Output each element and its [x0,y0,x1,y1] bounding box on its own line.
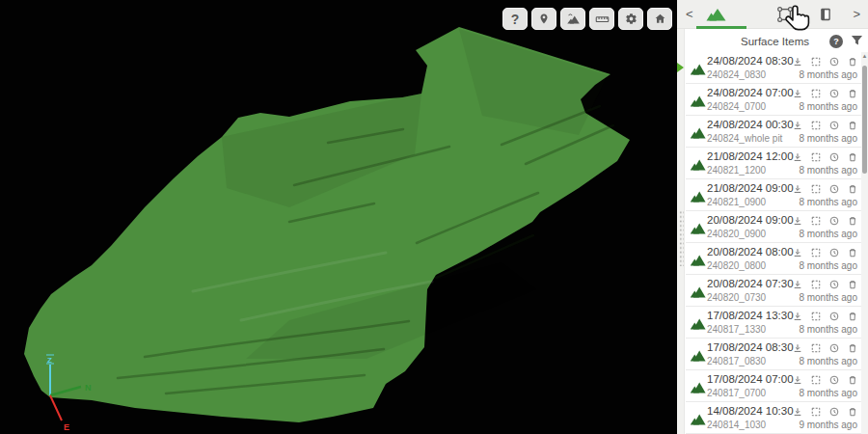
surface-item-title: 20/08/2024 07:30 [707,278,794,289]
trash-icon[interactable] [848,280,857,289]
help-button[interactable]: ? [502,8,528,30]
trash-icon[interactable] [848,57,857,67]
scroll-up-arrow[interactable]: ▲ [861,53,868,59]
viewport-3d[interactable]: Z N E ? [0,0,677,434]
surface-item-row[interactable]: 17/08/2024 08:30 240817_0830 8 months ag… [686,339,861,370]
surface-item-row[interactable]: 24/08/2024 07:00 240824_0700 8 months ag… [686,84,861,116]
surface-item-row[interactable]: 20/08/2024 07:30 240820_0730 8 months ag… [686,275,861,307]
tab-polygon[interactable] [776,6,794,27]
panel-help-button[interactable]: ? [829,35,843,48]
download-icon[interactable] [793,248,802,258]
history-icon[interactable] [829,280,839,289]
select-extent-icon[interactable] [811,375,821,385]
scrollbar-thumb[interactable] [862,66,867,174]
home-button[interactable] [647,8,672,30]
surfaces-button[interactable] [560,8,585,30]
trash-icon[interactable] [848,312,857,321]
mountain-icon [691,189,706,206]
download-icon[interactable] [793,121,802,130]
trash-icon[interactable] [848,248,857,258]
trash-icon[interactable] [848,343,857,353]
active-surface-marker [677,63,684,72]
download-icon[interactable] [793,184,802,194]
axis-label-z: Z [47,356,52,365]
download-icon[interactable] [793,407,802,417]
download-icon[interactable] [793,152,802,162]
surface-item-row[interactable]: 21/08/2024 09:00 240821_0900 8 months ag… [686,179,861,211]
question-mark-icon: ? [511,13,520,26]
surface-item-actions [793,407,857,417]
select-extent-icon[interactable] [811,152,821,162]
tab-book[interactable] [818,7,833,26]
surface-item-title: 14/08/2024 10:30 [707,405,794,417]
download-icon[interactable] [793,312,802,321]
settings-button[interactable] [618,8,643,30]
trash-icon[interactable] [848,89,857,98]
list-scrollbar: ▲ [861,52,868,434]
trash-icon[interactable] [848,184,857,194]
filter-button[interactable] [851,33,863,50]
history-icon[interactable] [829,343,839,353]
surface-item-actions [793,184,857,194]
measure-button[interactable] [589,8,614,30]
location-button[interactable] [531,8,556,30]
surface-item-actions [793,312,857,321]
download-icon[interactable] [793,216,802,226]
home-icon [654,13,666,25]
surface-item-actions [793,375,857,385]
history-icon[interactable] [829,375,839,385]
download-icon[interactable] [793,57,802,67]
surface-item-subtitle: 240820_0800 [707,260,766,271]
history-icon[interactable] [829,184,839,194]
select-extent-icon[interactable] [811,343,821,353]
surface-item-row[interactable]: 14/08/2024 10:30 240814_1030 9 months ag… [686,402,861,434]
history-icon[interactable] [829,216,839,226]
download-icon[interactable] [793,375,802,385]
select-extent-icon[interactable] [811,89,821,98]
surface-item-row[interactable]: 21/08/2024 12:00 240821_1200 8 months ag… [686,148,861,179]
download-icon[interactable] [793,280,802,289]
surface-item-row[interactable]: 17/08/2024 07:00 240817_0700 8 months ag… [686,370,861,402]
download-icon[interactable] [793,89,802,98]
select-extent-icon[interactable] [811,121,821,130]
select-extent-icon[interactable] [811,57,821,67]
download-icon[interactable] [793,343,802,353]
mountain-icon [691,316,706,334]
history-icon[interactable] [829,121,839,130]
tab-surfaces[interactable] [706,8,726,25]
sidebar-tabs: < > [677,0,868,29]
mountain-icon [691,253,706,270]
select-extent-icon[interactable] [811,280,821,289]
tabs-prev-button[interactable]: < [686,8,693,20]
trash-icon[interactable] [848,152,857,162]
surface-item-title: 17/08/2024 07:00 [707,373,794,385]
panel-resize-handle[interactable] [679,210,684,266]
surface-item-row[interactable]: 24/08/2024 00:30 240824_whole pit 8 mont… [686,116,861,148]
history-icon[interactable] [829,57,839,67]
select-extent-icon[interactable] [811,312,821,321]
trash-icon[interactable] [848,375,857,385]
trash-icon[interactable] [848,121,857,130]
surface-item-row[interactable]: 24/08/2024 08:30 240824_0830 8 months ag… [686,52,861,84]
gear-icon [625,13,637,25]
select-extent-icon[interactable] [811,407,821,417]
surface-item-age: 8 months ago [799,324,857,335]
history-icon[interactable] [829,152,839,162]
surface-item-row[interactable]: 20/08/2024 09:00 240820_0900 8 months ag… [686,211,861,243]
surface-item-row[interactable]: 20/08/2024 08:00 240820_0800 8 months ag… [686,243,861,275]
tabs-next-button[interactable]: > [853,8,860,20]
history-icon[interactable] [829,407,839,417]
mountain-icon [691,221,706,238]
select-extent-icon[interactable] [811,216,821,226]
select-extent-icon[interactable] [811,184,821,194]
history-icon[interactable] [829,312,839,321]
trash-icon[interactable] [848,407,857,417]
select-extent-icon[interactable] [811,248,821,258]
surface-item-row[interactable]: 17/08/2024 13:30 240817_1330 8 months ag… [686,307,861,339]
history-icon[interactable] [829,89,839,98]
surface-item-actions [793,121,857,130]
history-icon[interactable] [829,248,839,258]
trash-icon[interactable] [848,216,857,226]
axis-label-n: N [85,383,92,393]
surface-item-age: 8 months ago [799,229,857,239]
